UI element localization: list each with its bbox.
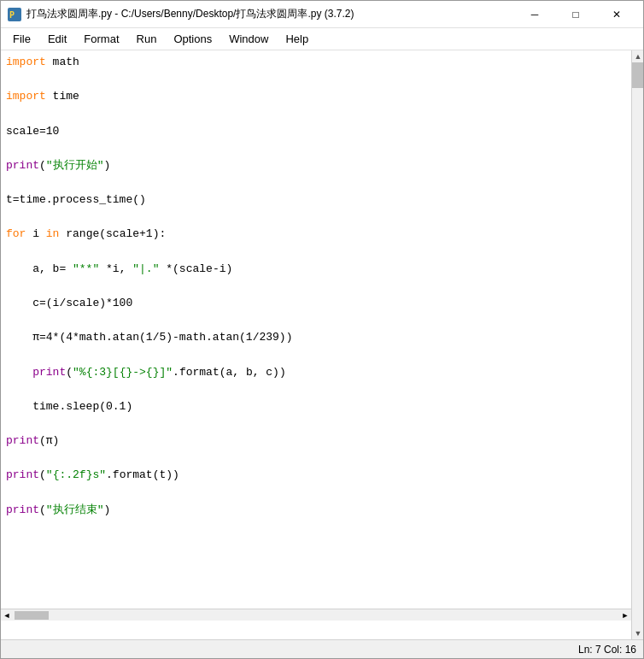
scroll-right-arrow[interactable]: ►	[619, 609, 631, 621]
menu-format[interactable]: Format	[75, 30, 127, 49]
vertical-scrollbar[interactable]: ▲ ▼	[631, 50, 643, 639]
code-editor[interactable]: import math import time scale=10 print("…	[1, 50, 643, 639]
minimize-button[interactable]: ─	[515, 1, 554, 28]
editor-area: import math import time scale=10 print("…	[1, 50, 643, 639]
scroll-left-arrow[interactable]: ◄	[1, 609, 13, 621]
horizontal-scrollbar[interactable]: ◄ ►	[1, 609, 631, 621]
menu-file[interactable]: File	[4, 30, 39, 49]
menu-run[interactable]: Run	[128, 30, 166, 49]
svg-text:P: P	[9, 10, 15, 20]
main-window: P 打鸟法求圆周率.py - C:/Users/Benny/Desktop/打鸟…	[0, 0, 644, 659]
statusbar: Ln: 7 Col: 16	[1, 639, 643, 658]
window-title: 打鸟法求圆周率.py - C:/Users/Benny/Desktop/打鸟法求…	[26, 7, 515, 21]
app-icon: P	[8, 8, 21, 21]
hscroll-thumb[interactable]	[15, 611, 49, 620]
menu-options[interactable]: Options	[165, 30, 220, 49]
scroll-thumb[interactable]	[632, 62, 643, 88]
code-content: import math import time scale=10 print("…	[6, 54, 638, 536]
menu-help[interactable]: Help	[277, 30, 317, 49]
menu-window[interactable]: Window	[220, 30, 277, 49]
scroll-up-arrow[interactable]: ▲	[632, 50, 643, 62]
menubar: File Edit Format Run Options Window Help	[1, 28, 643, 50]
menu-edit[interactable]: Edit	[39, 30, 75, 49]
scroll-down-arrow[interactable]: ▼	[632, 627, 643, 639]
titlebar: P 打鸟法求圆周率.py - C:/Users/Benny/Desktop/打鸟…	[1, 1, 643, 28]
close-button[interactable]: ✕	[597, 1, 636, 28]
maximize-button[interactable]: □	[556, 1, 595, 28]
cursor-position: Ln: 7 Col: 16	[578, 644, 636, 656]
window-controls: ─ □ ✕	[515, 1, 636, 28]
